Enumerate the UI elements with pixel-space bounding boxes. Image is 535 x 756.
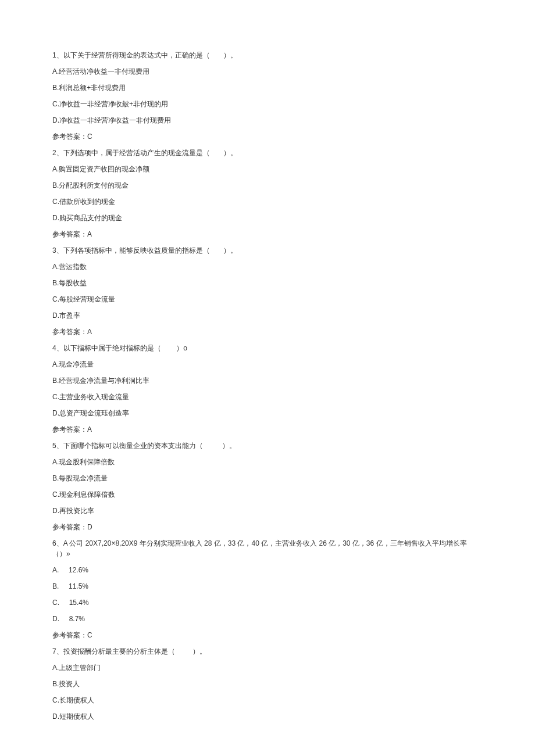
option-b: B.投资人 (52, 679, 483, 689)
question-list: 1、以下关于经营所得现金的表达式中，正确的是（ ）。 A.经营活动净收益一非付现… (52, 50, 483, 722)
question-stem: 6、A 公司 20X7,20×8,20X9 年分别实现营业收入 28 亿，33 … (52, 538, 483, 559)
option-a: A.上级主管部门 (52, 662, 483, 673)
question-stem: 3、下列各项指标中，能够反映收益质量的指标是（ ）。 (52, 245, 483, 256)
answer-line: 参考答案：A (52, 424, 483, 435)
option-b: B.经营现金净流量与净利洞比率 (52, 375, 483, 386)
option-a: A.营运指数 (52, 261, 483, 272)
question-block: 2、下列选项中，属于经营活动产生的现金流量是（ ）。 A.购置固定资产收回的现金… (52, 148, 483, 239)
answer-line: 参考答案：D (52, 522, 483, 532)
option-c: C. 15.4% (52, 597, 483, 608)
option-c: C.净收益一非经营净收皴+非付现的用 (52, 99, 483, 109)
option-a: A.购置固定资产收回的现金净额 (52, 164, 483, 174)
question-stem: 1、以下关于经营所得现金的表达式中，正确的是（ ）。 (52, 50, 483, 60)
option-d: D. 8.7% (52, 614, 483, 624)
option-d: D.净收益一非经营净收益一非付现费用 (52, 115, 483, 126)
option-a: A.现金净流量 (52, 359, 483, 370)
question-block: 1、以下关于经营所得现金的表达式中，正确的是（ ）。 A.经营活动净收益一非付现… (52, 50, 483, 142)
option-b: B.利润总额+非付现费用 (52, 83, 483, 93)
option-c: C.长期债权人 (52, 695, 483, 705)
question-stem: 7、投资报酬分析最主要的分析主体是（ ）。 (52, 646, 483, 657)
question-block: 3、下列各项指标中，能够反映收益质量的指标是（ ）。 A.营运指数 B.每股收益… (52, 245, 483, 337)
option-c: C.每股经营现金流量 (52, 294, 483, 304)
question-block: 5、下面哪个指标可以衡量企业的资本支出能力（ ）。 A.现金股利保障倍数 B.每… (52, 440, 483, 532)
option-a: A.经营活动净收益一非付现费用 (52, 66, 483, 77)
answer-line: 参考答案：C (52, 630, 483, 640)
question-block: 4、以下指标中属于绝对指标的是（ ）o A.现金净流量 B.经营现金净流量与净利… (52, 343, 483, 435)
option-b: B.每股收益 (52, 278, 483, 288)
answer-line: 参考答案：A (52, 229, 483, 239)
option-c: C.借款所收到的现金 (52, 196, 483, 207)
option-d: D.再投资比率 (52, 506, 483, 516)
question-block: 6、A 公司 20X7,20×8,20X9 年分别实现营业收入 28 亿，33 … (52, 538, 483, 640)
option-c: C.主营业务收入现金流量 (52, 392, 483, 402)
question-stem: 5、下面哪个指标可以衡量企业的资本支出能力（ ）。 (52, 440, 483, 451)
question-stem: 2、下列选项中，属于经营活动产生的现金流量是（ ）。 (52, 148, 483, 158)
option-b: B. 11.5% (52, 581, 483, 592)
option-d: D.市盈率 (52, 310, 483, 321)
option-d: D.短期债权人 (52, 711, 483, 722)
answer-line: 参考答案：A (52, 327, 483, 337)
option-b: B.每股现金净流量 (52, 473, 483, 483)
option-c: C.现金利息保障倍数 (52, 489, 483, 500)
question-block: 7、投资报酬分析最主要的分析主体是（ ）。 A.上级主管部门 B.投资人 C.长… (52, 646, 483, 722)
option-d: D.总资产现金流珏创造率 (52, 408, 483, 418)
answer-line: 参考答案：C (52, 131, 483, 142)
option-d: D.购买商品支付的现金 (52, 213, 483, 223)
option-a: A. 12.6% (52, 565, 483, 575)
option-b: B.分配股利所支付的现金 (52, 180, 483, 191)
question-stem: 4、以下指标中属于绝对指标的是（ ）o (52, 343, 483, 353)
option-a: A.现金股利保障倍数 (52, 457, 483, 467)
